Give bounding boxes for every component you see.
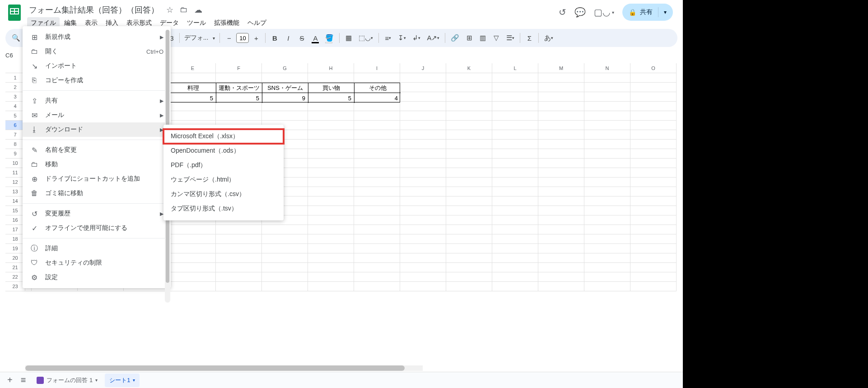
cell[interactable] [584, 140, 630, 149]
cell[interactable] [262, 282, 308, 291]
cell[interactable] [538, 206, 584, 215]
cell[interactable] [308, 187, 354, 196]
cell[interactable] [492, 282, 538, 291]
file-menu-コピーを作成[interactable]: ⎘コピーを作成 [23, 73, 171, 88]
cell[interactable] [400, 187, 446, 196]
cell[interactable] [538, 225, 584, 234]
cell[interactable] [630, 168, 677, 178]
cell[interactable] [538, 140, 584, 149]
cell[interactable] [170, 253, 216, 263]
insert-link-button[interactable]: 🔗 [448, 32, 462, 44]
column-header-J[interactable]: J [400, 63, 446, 73]
cell[interactable] [492, 253, 538, 263]
merge-cells-button[interactable]: ⬚◡ ▾ [356, 32, 376, 44]
cell[interactable] [446, 121, 492, 130]
menu-ツール[interactable]: ツール [183, 17, 210, 29]
cell[interactable] [170, 263, 216, 272]
cell[interactable] [354, 282, 400, 291]
cell[interactable] [308, 225, 354, 234]
cell[interactable] [538, 244, 584, 253]
cell[interactable] [492, 206, 538, 215]
cell[interactable] [354, 73, 400, 83]
cell[interactable] [538, 73, 584, 83]
filter-button[interactable]: ▽ [490, 32, 503, 44]
table-value-cell[interactable]: 9 [262, 93, 308, 103]
cell[interactable] [584, 196, 630, 206]
cell[interactable] [354, 187, 400, 196]
table-value-cell[interactable]: 5 [216, 93, 262, 103]
file-menu-変更履歴[interactable]: ↺変更履歴▶ [23, 206, 171, 221]
cell[interactable] [630, 272, 677, 282]
cell[interactable] [492, 92, 538, 102]
cell[interactable] [538, 92, 584, 102]
cell[interactable] [400, 111, 446, 121]
cell[interactable] [354, 234, 400, 244]
meet-icon[interactable]: ▢◡ ▾ [594, 7, 614, 18]
table-value-cell[interactable]: 5 [170, 93, 216, 103]
file-menu-メール[interactable]: ✉メール▶ [23, 108, 171, 122]
font-size-input[interactable] [236, 33, 249, 43]
cell[interactable] [584, 121, 630, 130]
cell[interactable] [446, 140, 492, 149]
cell[interactable] [354, 272, 400, 282]
cell[interactable] [584, 83, 630, 92]
cell[interactable] [446, 244, 492, 253]
cell[interactable] [630, 187, 677, 196]
menu-ヘルプ[interactable]: ヘルプ [244, 17, 270, 29]
cell[interactable] [354, 130, 400, 140]
cell[interactable] [354, 111, 400, 121]
cell[interactable] [400, 130, 446, 140]
column-header-H[interactable]: H [308, 63, 354, 73]
cell[interactable] [492, 111, 538, 121]
cell[interactable] [262, 225, 308, 234]
cell[interactable] [354, 196, 400, 206]
cell[interactable] [216, 234, 262, 244]
cell[interactable] [446, 178, 492, 187]
cell[interactable] [584, 92, 630, 102]
column-header-K[interactable]: K [446, 63, 492, 73]
cell[interactable] [630, 196, 677, 206]
cell[interactable] [630, 215, 677, 225]
cell[interactable] [308, 168, 354, 178]
cell[interactable] [216, 244, 262, 253]
history-icon[interactable]: ↺ [559, 7, 566, 18]
cell[interactable] [308, 215, 354, 225]
cell[interactable] [400, 178, 446, 187]
cell[interactable] [630, 206, 677, 215]
cell[interactable] [354, 149, 400, 159]
cell[interactable] [400, 206, 446, 215]
cell[interactable] [446, 215, 492, 225]
strikethrough-button[interactable]: S [295, 32, 308, 44]
bold-button[interactable]: B [268, 32, 281, 44]
column-header-L[interactable]: L [492, 63, 538, 73]
cell[interactable] [538, 215, 584, 225]
font-family-select[interactable]: デフォ... ▾ [182, 32, 217, 44]
column-header-F[interactable]: F [216, 63, 262, 73]
cell[interactable] [308, 272, 354, 282]
file-menu-開く[interactable]: 🗀開くCtrl+O [23, 44, 171, 59]
cell[interactable] [584, 73, 630, 83]
cell[interactable] [262, 102, 308, 111]
cell[interactable] [630, 130, 677, 140]
column-header-O[interactable]: O [630, 63, 677, 73]
cell[interactable] [354, 206, 400, 215]
cell[interactable] [584, 263, 630, 272]
cell[interactable] [630, 83, 677, 92]
cell[interactable] [538, 253, 584, 263]
cell[interactable] [446, 149, 492, 159]
cell[interactable] [446, 272, 492, 282]
horizontal-scrollbar[interactable] [25, 365, 423, 372]
cell[interactable] [400, 253, 446, 263]
increase-font-size-button[interactable]: + [250, 32, 262, 44]
decrease-font-size-button[interactable]: − [223, 32, 235, 44]
table-value-cell[interactable]: 4 [355, 93, 401, 103]
cell[interactable] [538, 121, 584, 130]
cell[interactable] [308, 234, 354, 244]
cell[interactable] [262, 272, 308, 282]
file-menu-新規作成[interactable]: ⊞新規作成▶ [23, 30, 171, 44]
cell[interactable] [630, 121, 677, 130]
cell[interactable] [492, 187, 538, 196]
cell[interactable] [446, 159, 492, 168]
cell[interactable] [492, 244, 538, 253]
download-option[interactable]: カンマ区切り形式（.csv） [163, 187, 284, 201]
